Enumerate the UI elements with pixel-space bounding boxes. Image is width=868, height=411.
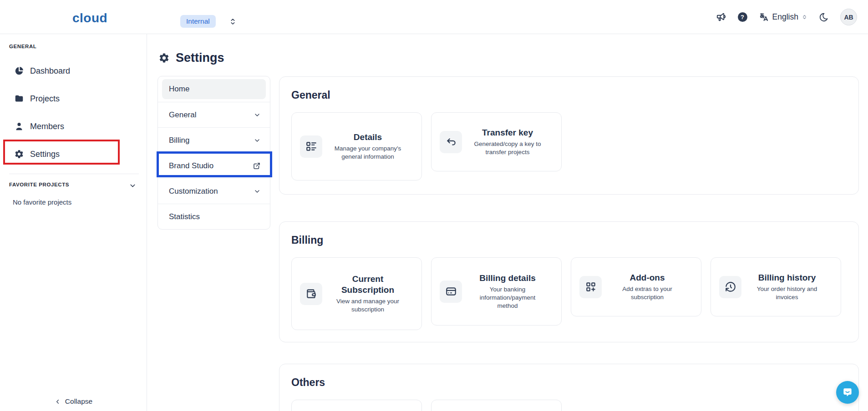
chevron-left-icon [54, 398, 61, 405]
card-title: Current Subscription [328, 274, 408, 296]
collapse-sidebar-button[interactable]: Collapse [0, 397, 147, 406]
chevron-down-icon [254, 188, 261, 195]
billing-section-panel: Billing Current Subscription View and ma… [279, 221, 859, 342]
billing-history-card[interactable]: Billing history Your order history and i… [711, 257, 841, 316]
subnav-item-statistics[interactable]: Statistics [158, 204, 270, 229]
credit-card-icon [440, 281, 462, 303]
chevron-down-icon [254, 137, 261, 144]
history-clock-icon [719, 276, 741, 298]
avatar[interactable]: AB [840, 9, 857, 25]
others-section-panel: Others [279, 364, 859, 411]
subnav-item-general[interactable]: General [158, 102, 270, 127]
current-subscription-card[interactable]: Current Subscription View and manage you… [291, 257, 422, 330]
section-title: General [291, 89, 858, 101]
chat-launcher-button[interactable] [836, 381, 859, 404]
user-icon [14, 121, 24, 131]
list-details-icon [300, 135, 322, 158]
card-description: Your banking information/payment method [472, 286, 543, 310]
arrow-back-icon [440, 131, 462, 153]
app-root: cloud Internal ? English [0, 0, 868, 411]
pie-chart-icon [14, 66, 24, 76]
section-title: Billing [291, 234, 858, 246]
card-description: Generated/copy a key to transfer project… [472, 140, 543, 156]
folder-icon [14, 94, 24, 104]
sidebar-item-members[interactable]: Members [0, 117, 147, 135]
card-title: Billing history [758, 272, 816, 283]
sidebar-item-label: Settings [30, 150, 60, 159]
gear-icon [158, 52, 170, 64]
sidebar-item-settings[interactable]: Settings [0, 145, 147, 163]
card-description: View and manage your subscription [332, 297, 404, 314]
subnav-item-label: Statistics [169, 212, 200, 221]
billing-details-card[interactable]: Billing details Your banking information… [431, 257, 562, 326]
general-section-panel: General Details Manage your company's ge… [279, 76, 859, 195]
language-selector[interactable]: English [759, 12, 807, 22]
settings-subnav: Home General Billing Brand Studio Custom… [157, 76, 270, 230]
card-title: Transfer key [482, 127, 533, 138]
environment-switch-icon[interactable] [228, 17, 237, 26]
card-title: Details [354, 132, 382, 143]
subnav-item-label: Customization [169, 187, 218, 196]
card-description: Your order history and invoices [751, 285, 823, 301]
details-card[interactable]: Details Manage your company's general in… [291, 112, 422, 180]
add-ons-card[interactable]: Add-ons Add extras to your subscription [571, 257, 701, 316]
collapse-label: Collapse [65, 397, 92, 406]
card-description: Manage your company's general informatio… [332, 145, 404, 161]
translate-icon [759, 12, 769, 22]
card-title: Billing details [479, 273, 536, 284]
app-logo[interactable]: cloud [72, 11, 107, 25]
cards-row: Details Manage your company's general in… [291, 112, 858, 180]
transfer-key-card[interactable]: Transfer key Generated/copy a key to tra… [431, 112, 562, 171]
sidebar-section-general: GENERAL [9, 44, 36, 49]
apps-plus-icon [579, 276, 602, 298]
environment-badge[interactable]: Internal [180, 15, 216, 28]
subnav-item-label: Home [169, 85, 189, 94]
language-caret-icon [802, 14, 807, 20]
help-icon[interactable]: ? [738, 12, 747, 22]
others-card[interactable] [291, 400, 422, 411]
subnav-item-label: Billing [169, 136, 189, 145]
sidebar-item-label: Dashboard [30, 66, 70, 76]
chevron-down-icon[interactable] [129, 182, 137, 190]
subnav-item-brand-studio[interactable]: Brand Studio [158, 153, 270, 178]
sidebar-item-dashboard[interactable]: Dashboard [0, 62, 147, 80]
subnav-item-customization[interactable]: Customization [158, 178, 270, 204]
sidebar-item-label: Projects [30, 94, 60, 104]
topbar-actions: ? English AB [716, 0, 857, 34]
cards-row [291, 400, 858, 411]
cards-row: Current Subscription View and manage you… [291, 257, 858, 330]
subnav-item-label: Brand Studio [169, 161, 213, 170]
others-card[interactable] [431, 400, 562, 411]
sidebar: GENERAL Dashboard Projects [0, 34, 147, 411]
page-title-row: Settings [158, 51, 224, 65]
subnav-item-billing[interactable]: Billing [158, 127, 270, 153]
megaphone-icon[interactable] [716, 12, 726, 22]
sidebar-item-label: Members [30, 122, 64, 131]
sidebar-divider [9, 174, 139, 174]
gear-icon [14, 149, 24, 159]
dark-mode-moon-icon[interactable] [819, 12, 829, 22]
card-title: Add-ons [629, 272, 665, 283]
wallet-icon [300, 283, 322, 305]
card-description: Add extras to your subscription [611, 285, 683, 301]
external-link-icon [253, 162, 261, 170]
page-title: Settings [176, 51, 224, 65]
chevron-down-icon [254, 111, 261, 119]
subnav-item-label: General [169, 110, 196, 120]
sidebar-section-favorites: FAVORITE PROJECTS [9, 182, 69, 187]
language-label: English [772, 12, 798, 22]
sidebar-items: Dashboard Projects Members Settings [0, 62, 147, 163]
chat-bubble-icon [842, 386, 853, 398]
section-title: Others [291, 376, 858, 389]
favorites-empty-text: No favorite projects [13, 198, 71, 206]
subnav-item-home[interactable]: Home [158, 76, 270, 102]
top-bar: cloud Internal ? English [0, 0, 868, 34]
sidebar-item-projects[interactable]: Projects [0, 90, 147, 108]
